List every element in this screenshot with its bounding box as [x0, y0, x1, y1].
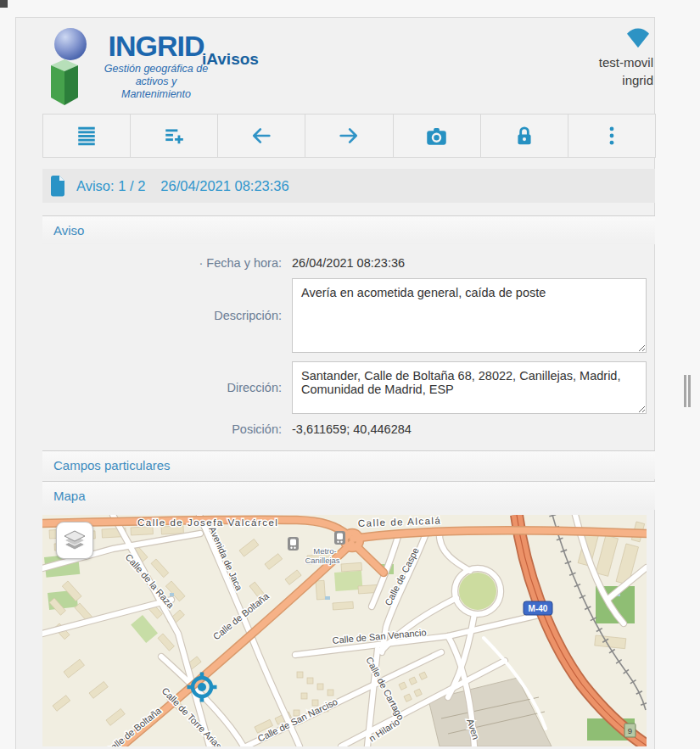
- lock-button[interactable]: [480, 115, 568, 157]
- record-title: Aviso: 1 / 2: [76, 178, 145, 194]
- direccion-input[interactable]: Santander, Calle de Boltaña 68, 28022, C…: [292, 361, 647, 414]
- menu-button[interactable]: [43, 115, 130, 157]
- corner-artifact: [0, 0, 8, 8]
- ingrid-logo: [42, 23, 104, 111]
- posicion-label: Posición:: [42, 422, 292, 436]
- descripcion-input[interactable]: Avería en acometida general, caída de po…: [292, 278, 647, 353]
- map-canvas: Calle de Josefa Valcárcel Calle de Alcal…: [42, 515, 647, 746]
- section-header-mapa[interactable]: Mapa: [42, 481, 655, 510]
- motorway-badge: M-40: [524, 601, 552, 615]
- map-layers-button[interactable]: [56, 522, 93, 559]
- aviso-form: Aviso · Fecha y hora: 26/04/2021 08:23:3…: [42, 215, 655, 746]
- wifi-icon: [625, 26, 651, 48]
- svg-text:M-40: M-40: [529, 604, 548, 613]
- camera-button[interactable]: [393, 115, 480, 157]
- station-label: Canillejas: [305, 556, 339, 565]
- record-bar: Aviso: 1 / 2 26/04/2021 08:23:36: [42, 169, 655, 203]
- add-to-list-button[interactable]: [130, 115, 217, 157]
- arrow-right-icon: [337, 124, 361, 148]
- record-datetime: 26/04/2021 08:23:36: [160, 178, 288, 194]
- toolbar: [42, 114, 656, 158]
- app-title: iAvisos: [202, 50, 259, 69]
- camera-icon: [425, 125, 448, 148]
- field-posicion: Posición: -3,611659; 40,446284: [42, 418, 655, 440]
- next-record-button[interactable]: [305, 115, 392, 157]
- lock-icon: [513, 125, 535, 147]
- panel-resize-handle[interactable]: [684, 375, 691, 407]
- brand-tagline: Gestión geográfica de activos y Mantenim…: [100, 63, 212, 101]
- add-to-list-icon: [163, 125, 185, 147]
- previous-record-button[interactable]: [217, 115, 305, 157]
- kebab-menu-icon: [601, 125, 623, 147]
- street-label: Calle de Josefa Valcárcel: [137, 517, 278, 528]
- screen: { "header": { "brand": "INGRID", "taglin…: [0, 0, 700, 749]
- brand-name: INGRID: [100, 31, 212, 60]
- user-name: ingrid: [599, 71, 653, 89]
- section-header-campos-particulares[interactable]: Campos particulares: [42, 450, 655, 479]
- arrow-left-icon: [249, 124, 273, 148]
- menu-icon: [76, 125, 98, 147]
- svg-text:9: 9: [628, 726, 632, 735]
- main-panel: INGRID Gestión geográfica de activos y M…: [15, 17, 655, 749]
- direccion-label: Dirección:: [42, 381, 292, 394]
- document-icon: [49, 175, 66, 197]
- logo-prism-icon: [46, 52, 83, 111]
- section-header-aviso[interactable]: Aviso: [42, 215, 655, 244]
- posicion-value: -3,611659; 40,446284: [292, 422, 412, 436]
- more-options-button[interactable]: [568, 115, 655, 157]
- station-label: Metro-: [313, 546, 336, 556]
- aviso-fields: · Fecha y hora: 26/04/2021 08:23:36 Desc…: [42, 244, 655, 450]
- field-fecha: · Fecha y hora: 26/04/2021 08:23:36: [42, 248, 655, 274]
- field-direccion: Dirección: Santander, Calle de Boltaña 6…: [42, 357, 655, 418]
- app-header: INGRID Gestión geográfica de activos y M…: [16, 18, 654, 114]
- field-descripcion: Descripción: Avería en acometida general…: [42, 274, 655, 357]
- logo-text: INGRID Gestión geográfica de activos y M…: [100, 31, 212, 101]
- exit-badge: 9: [624, 724, 636, 737]
- device-name: test-movil: [599, 53, 653, 71]
- fecha-label: · Fecha y hora:: [42, 256, 292, 270]
- logo-sphere-icon: [54, 28, 87, 60]
- layers-icon: [63, 529, 87, 551]
- fecha-value: 26/04/2021 08:23:36: [292, 256, 405, 270]
- descripcion-label: Descripción:: [42, 309, 292, 322]
- map-view[interactable]: Calle de Josefa Valcárcel Calle de Alcal…: [42, 515, 647, 746]
- connection-block: test-movil ingrid: [599, 26, 653, 89]
